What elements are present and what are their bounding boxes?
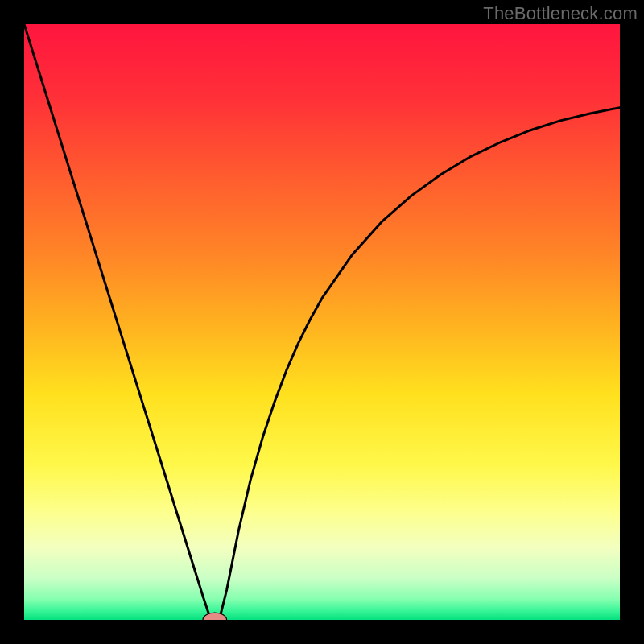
outer-frame: TheBottleneck.com: [0, 0, 644, 644]
chart-svg: [24, 24, 620, 620]
watermark-text: TheBottleneck.com: [483, 3, 638, 24]
gradient-background: [24, 24, 620, 620]
plot-area: [24, 24, 620, 620]
